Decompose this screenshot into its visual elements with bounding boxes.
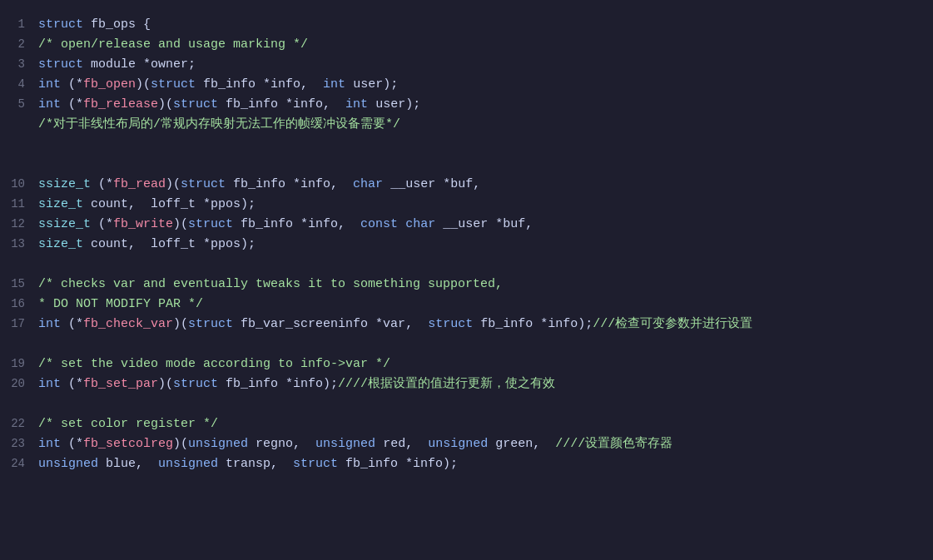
code-token: struct	[428, 317, 480, 331]
line-number: 12	[0, 215, 25, 233]
code-token: (*	[98, 217, 113, 231]
line-content: /* set color register */	[38, 414, 923, 434]
code-line: 2/* open/release and usage marking */	[0, 35, 933, 55]
code-token: fb_info *info,	[203, 77, 323, 92]
code-token: red,	[383, 437, 428, 451]
code-line: 1struct fb_ops {	[0, 15, 933, 35]
line-number	[0, 155, 25, 173]
line-content: /*对于非线性布局的/常规内存映射无法工作的帧缓冲设备需要*/	[38, 115, 923, 135]
line-content: struct module *owner;	[38, 55, 923, 75]
code-token: /*对于非线性布局的/常规内存映射无法工作的帧缓冲设备需要*/	[38, 117, 400, 131]
line-content: /* checks var and eventually tweaks it t…	[38, 275, 923, 295]
code-token: struct	[188, 217, 241, 231]
code-token: fb_setcolreg	[83, 437, 173, 451]
code-line: 12ssize_t (*fb_write)(struct fb_info *in…	[0, 215, 933, 235]
code-line: 20int (*fb_set_par)(struct fb_info *info…	[0, 374, 933, 394]
line-number: 10	[0, 175, 25, 193]
line-content: struct fb_ops {	[38, 15, 923, 35]
code-token: ///检查可变参数并进行设置	[593, 317, 752, 331]
code-line: 19/* set the video mode according to inf…	[0, 354, 933, 374]
code-token: fb_info *info);	[480, 317, 593, 331]
code-token: (*	[68, 377, 83, 391]
code-token: regno,	[256, 437, 315, 451]
code-token: )(	[166, 177, 181, 191]
code-line: 5int (*fb_release)(struct fb_info *info,…	[0, 95, 933, 115]
line-content: ssize_t (*fb_write)(struct fb_info *info…	[38, 215, 923, 235]
code-line: /*对于非线性布局的/常规内存映射无法工作的帧缓冲设备需要*/	[0, 115, 933, 135]
code-line	[0, 255, 933, 275]
code-line: 15/* checks var and eventually tweaks it…	[0, 275, 933, 295]
line-number: 24	[0, 454, 25, 473]
code-token: struct	[38, 17, 91, 32]
code-line: 22/* set color register */	[0, 414, 933, 434]
code-token: struct	[38, 57, 91, 72]
line-number: 4	[0, 75, 25, 93]
line-content: int (*fb_setcolreg)(unsigned regno, unsi…	[38, 434, 923, 454]
code-token: (*	[68, 317, 83, 331]
line-content: int (*fb_release)(struct fb_info *info, …	[38, 95, 923, 115]
line-number: 1	[0, 15, 25, 33]
code-token: fb_open	[83, 77, 136, 92]
code-token: /* set color register */	[38, 417, 218, 431]
code-token: fb_info *info);	[345, 457, 458, 471]
code-token: (*	[68, 77, 83, 92]
code-token: fb_var_screeninfo *var,	[241, 317, 428, 331]
line-number: 3	[0, 55, 25, 73]
code-token: int	[38, 437, 68, 451]
code-line: 10ssize_t (*fb_read)(struct fb_info *inf…	[0, 175, 933, 195]
line-number: 5	[0, 95, 25, 113]
code-token: int	[38, 77, 68, 92]
code-token: unsigned	[158, 457, 226, 471]
code-token: unsigned	[315, 437, 383, 451]
code-token: transp,	[226, 457, 293, 471]
code-line: 24unsigned blue, unsigned transp, struct…	[0, 454, 933, 474]
code-token: unsigned	[188, 437, 256, 451]
code-token: struct	[173, 377, 226, 391]
code-token: fb_check_var	[83, 317, 173, 331]
code-token: int	[345, 97, 375, 112]
code-token: /* set the video mode according to info-…	[38, 357, 390, 371]
code-line: 16* DO NOT MODIFY PAR */	[0, 295, 933, 315]
line-content: int (*fb_open)(struct fb_info *info, int…	[38, 75, 923, 95]
code-token: fb_write	[113, 217, 173, 231]
line-number: 23	[0, 434, 25, 453]
line-number: 17	[0, 315, 25, 333]
line-number: 22	[0, 414, 25, 433]
line-number: 2	[0, 35, 25, 53]
code-token: __user *buf,	[390, 177, 480, 191]
code-token: user);	[375, 97, 420, 112]
code-token: ////设置颜色寄存器	[555, 437, 672, 451]
code-token: ssize_t	[38, 217, 98, 231]
line-number	[0, 394, 25, 413]
line-content: /* set the video mode according to info-…	[38, 354, 923, 374]
code-token: count, loff_t *ppos);	[91, 197, 256, 211]
code-token: (*	[68, 437, 83, 451]
code-line	[0, 394, 933, 414]
code-token: fb_ops {	[91, 17, 151, 32]
code-token: blue,	[106, 457, 158, 471]
code-line: 11size_t count, loff_t *ppos);	[0, 195, 933, 215]
code-token: struct	[293, 457, 345, 471]
code-line: 17int (*fb_check_var)(struct fb_var_scre…	[0, 315, 933, 335]
code-token: )(	[173, 317, 188, 331]
code-token: fb_release	[83, 97, 158, 112]
line-number: 19	[0, 354, 25, 373]
line-number: 13	[0, 235, 25, 253]
code-token: unsigned	[428, 437, 495, 451]
code-line: 3struct module *owner;	[0, 55, 933, 75]
code-token: /* open/release and usage marking */	[38, 37, 308, 52]
code-token: )(	[136, 77, 151, 92]
code-token: (*	[68, 97, 83, 112]
code-token: struct	[181, 177, 233, 191]
code-token: count, loff_t *ppos);	[91, 237, 256, 251]
code-token: ////根据设置的值进行更新，使之有效	[338, 377, 555, 391]
code-token: /* checks var and eventually tweaks it t…	[38, 277, 503, 291]
code-line: 13size_t count, loff_t *ppos);	[0, 235, 933, 255]
code-container: 1struct fb_ops {2/* open/release and usa…	[0, 8, 933, 560]
code-token: fb_info *info,	[226, 97, 345, 112]
code-token: )(	[173, 217, 188, 231]
code-line	[0, 135, 933, 155]
line-content: int (*fb_check_var)(struct fb_var_screen…	[38, 315, 923, 335]
line-number: 15	[0, 275, 25, 293]
code-token: fb_info *info,	[233, 177, 353, 191]
